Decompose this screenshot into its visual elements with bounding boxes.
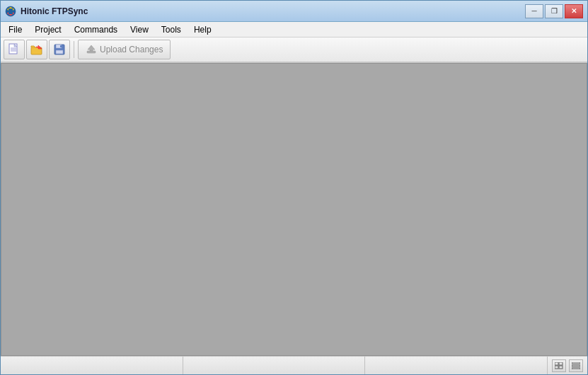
open-folder-icon [30, 44, 43, 55]
menu-tools[interactable]: Tools [155, 23, 188, 37]
app-window: Hitonic FTPSync ─ ❒ ✕ File Project Comma… [0, 0, 588, 375]
svg-rect-12 [60, 45, 62, 47]
new-icon [8, 43, 20, 56]
svg-rect-15 [555, 362, 558, 365]
status-view-icon-2 [572, 362, 580, 369]
svg-rect-13 [87, 51, 96, 53]
upload-changes-button[interactable]: Upload Changes [78, 40, 171, 59]
upload-icon [86, 44, 97, 55]
close-button[interactable]: ✕ [565, 4, 583, 18]
svg-rect-21 [572, 368, 580, 369]
open-button[interactable] [26, 40, 47, 59]
save-icon [54, 44, 65, 55]
svg-rect-18 [559, 366, 563, 369]
svg-rect-17 [555, 366, 558, 369]
svg-marker-14 [88, 45, 95, 51]
menu-view[interactable]: View [124, 23, 155, 37]
toolbar: Upload Changes [1, 38, 587, 63]
svg-rect-20 [572, 365, 580, 367]
status-segment-1 [1, 357, 183, 374]
window-controls: ─ ❒ ✕ [525, 4, 583, 18]
svg-rect-11 [56, 50, 63, 54]
status-icon-btn-1[interactable] [552, 359, 566, 372]
svg-rect-19 [572, 362, 580, 364]
title-bar: Hitonic FTPSync ─ ❒ ✕ [1, 1, 587, 22]
status-bar [1, 356, 587, 374]
status-segment-4 [548, 357, 587, 374]
main-content [1, 63, 587, 356]
status-view-icon-1 [555, 362, 563, 369]
restore-button[interactable]: ❒ [545, 4, 563, 18]
menu-project[interactable]: Project [28, 23, 67, 37]
save-button[interactable] [49, 40, 70, 59]
menu-bar: File Project Commands View Tools Help [1, 22, 587, 38]
status-segment-2 [183, 357, 366, 374]
app-icon [5, 6, 16, 17]
menu-file[interactable]: File [2, 23, 28, 37]
status-icon-btn-2[interactable] [569, 359, 583, 372]
title-text: Hitonic FTPSync [21, 6, 525, 16]
upload-changes-label: Upload Changes [100, 45, 163, 54]
menu-help[interactable]: Help [188, 23, 218, 37]
toolbar-separator [74, 41, 74, 58]
minimize-button[interactable]: ─ [525, 4, 543, 18]
svg-rect-16 [559, 362, 563, 365]
menu-commands[interactable]: Commands [68, 23, 124, 37]
status-segment-3 [365, 357, 548, 374]
new-button[interactable] [4, 40, 25, 59]
